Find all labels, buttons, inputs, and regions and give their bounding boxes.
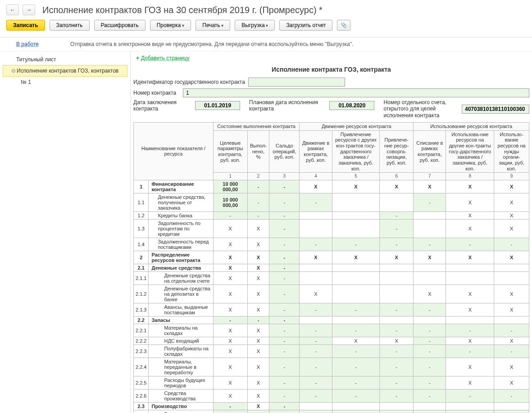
table-row[interactable]: 2.1.1Денежные средства на отдельном счет… [134,271,529,285]
tree-contract-1[interactable]: № 1 [3,77,127,87]
tree-title-page[interactable]: Титульный лист [3,54,127,65]
table-row[interactable]: 2.2.3Полуфабрикаты на складахXX------- [134,344,529,358]
data-table: Наименование показателя / ресурса Состоя… [133,122,529,413]
plan-date-input[interactable] [329,101,374,110]
save-button[interactable]: Записать [6,20,45,31]
table-row[interactable]: 2.2.6Средства производстваXX------- [134,389,529,402]
contract-num-label: Номер контракта [133,90,183,96]
export-dropdown[interactable]: Выгрузка [235,20,275,31]
table-row[interactable]: 2.2.4Материалы, переданные в переработку… [134,358,529,376]
table-row[interactable]: 2.2.2НДС входящийXX--XX-XX [134,337,529,344]
fill-button[interactable]: Заполнить [50,20,90,31]
th-c2: Выпол-нено, % [247,130,269,172]
table-row[interactable]: 1Финансирование контракта10 000 000,00--… [134,180,529,193]
info-text: Отправка отчета в электронном виде не пр… [70,41,353,47]
contract-num-input[interactable] [183,88,529,97]
th-c9: Использо-вание ресурсов на нужды органи-… [494,130,529,172]
th-c8: Использова-ние ресурсов на другие кон-тр… [446,130,494,172]
contract-date-label: Дата заключения контракта [133,99,191,112]
attachment-button[interactable]: 📎 [337,20,350,31]
check-dropdown[interactable]: Проверка [150,20,191,31]
table-row[interactable]: 2.3Производство-X- [134,402,529,410]
th-group2: Движение ресурсов контракта [300,123,414,131]
page-title: Исполнение контрактов ГОЗ на 30 сентября… [42,5,323,15]
sidebar: Титульный лист ⊖Исполнение контрактов ГО… [0,51,131,413]
table-row[interactable]: 1.4Задолженность перед поставщикамиXX---… [134,238,529,251]
th-c6: Привлече-ние ресур-соворга-низации, руб.… [380,130,414,172]
print-dropdown[interactable]: Печать [196,20,230,31]
table-row[interactable]: 2.2Запасы--- [134,316,529,324]
table-row[interactable]: 1.1Денежные средства, полученные от зака… [134,193,529,211]
add-page-link[interactable]: Добавить страницу [141,55,189,61]
table-row[interactable]: 1.3Задолженность по процентам по кредита… [134,219,529,238]
add-page-icon: + [136,55,139,61]
nav-back-button[interactable]: ← [6,5,19,15]
decode-button[interactable]: Расшифровать [94,20,146,31]
th-c7: Списание в рамках контракта, руб. коп. [414,130,446,172]
account-input[interactable] [462,105,529,114]
table-row[interactable]: 2.3.1Затраты на материалы1 000 000,00---… [134,410,529,413]
section-title: Исполнение контракта ГОЗ, контракта [133,66,529,73]
table-row[interactable]: 1.2Кредиты банка----XX [134,211,529,219]
th-c4: Движение в рамках контракта, руб. коп. [300,130,332,172]
contract-id-label: Идентификатор государственного контракта [133,79,248,85]
table-row[interactable]: 2.1.3Авансы, выданные поставщикамXX-----… [134,303,529,316]
tree-contracts[interactable]: ⊖Исполнение контрактов ГОЗ, контрактов [3,65,127,77]
table-row[interactable]: 2.2.1Материалы на складахXX------- [134,324,529,337]
plan-date-label: Плановая дата исполнения контракта [249,99,326,112]
table-row[interactable]: 2.1Денежные средстваXX- [134,264,529,271]
th-c1: Целевые параметры контракта, руб. коп. [213,130,247,172]
table-row[interactable]: 2.2.5Расходы будущих периодовXX-----XX [134,376,529,389]
table-row[interactable]: 2.1.2Денежные средства на депозитах в ба… [134,285,529,303]
account-label: Номер отдельного счета, открытого для це… [383,99,458,119]
th-c5: Привлечение ресурсов с других кон-тракто… [332,130,380,172]
nav-forward-button[interactable]: → [23,5,35,15]
table-row[interactable]: 2Распределение ресурсов контрактаXX-XXXX… [134,251,529,264]
th-group3: Использование ресурсов контракта [414,123,529,131]
th-name: Наименование показателя / ресурса [134,123,214,180]
contract-id-input[interactable] [248,78,345,87]
th-c3: Сальдо операций, руб. коп. [269,130,300,172]
status-link[interactable]: В работе [16,41,39,47]
load-report-button[interactable]: Загрузить отчет [279,20,332,31]
contract-date-input[interactable] [195,101,240,110]
th-group1: Состояние выполнения контракта [213,123,300,131]
